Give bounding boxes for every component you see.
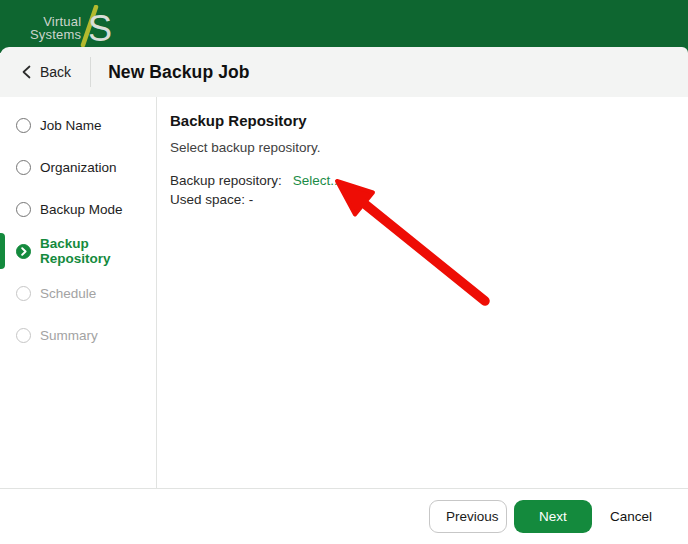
toolbar: Back New Backup Job <box>0 47 688 97</box>
chevron-left-icon <box>22 65 31 79</box>
new-backup-job-window: Virtual Systems S Back New Backup Job Jo… <box>0 0 688 544</box>
step-label: Job Name <box>40 118 102 133</box>
previous-button[interactable]: Previous <box>429 500 507 533</box>
svg-text:S: S <box>88 8 112 49</box>
step-circle-icon <box>16 160 31 175</box>
step-label: Schedule <box>40 286 96 301</box>
wizard-footer: Previous Next Cancel <box>0 488 688 543</box>
main-area: Job Name Organization Backup Mode Backup… <box>0 97 688 488</box>
step-circle-icon <box>16 118 31 133</box>
step-content-panel: Backup Repository Select backup reposito… <box>157 97 688 488</box>
brand-logo-text: Virtual Systems <box>30 15 81 41</box>
brand-logo: Virtual Systems S <box>30 5 116 49</box>
sidebar-item-summary: Summary <box>0 314 156 356</box>
wizard-steps-sidebar: Job Name Organization Backup Mode Backup… <box>0 97 157 488</box>
backup-repository-label: Backup repository: <box>170 171 282 190</box>
divider <box>90 57 91 87</box>
cancel-button[interactable]: Cancel <box>604 500 658 533</box>
step-label: Organization <box>40 160 117 175</box>
back-label: Back <box>40 64 71 80</box>
sidebar-item-backup-repository[interactable]: Backup Repository <box>0 230 156 272</box>
step-label: Backup Mode <box>40 202 123 217</box>
step-circle-icon <box>16 202 31 217</box>
brand-word-systems: Systems <box>30 28 81 41</box>
page-title: New Backup Job <box>108 62 249 83</box>
step-circle-icon <box>16 328 31 343</box>
active-step-indicator <box>0 233 5 269</box>
step-subtitle: Select backup repository. <box>170 140 688 155</box>
step-circle-chevron-icon <box>16 244 31 259</box>
step-heading: Backup Repository <box>170 112 688 129</box>
sidebar-item-backup-mode[interactable]: Backup Mode <box>0 188 156 230</box>
back-button[interactable]: Back <box>20 60 73 84</box>
step-label: Backup Repository <box>40 236 156 266</box>
sidebar-item-job-name[interactable]: Job Name <box>0 104 156 146</box>
used-space-value: Used space: - <box>170 190 253 209</box>
sidebar-item-organization[interactable]: Organization <box>0 146 156 188</box>
select-repository-link[interactable]: Select... <box>293 171 342 190</box>
step-circle-icon <box>16 286 31 301</box>
app-header: Virtual Systems S <box>0 0 688 53</box>
next-button[interactable]: Next <box>514 500 592 533</box>
step-label: Summary <box>40 328 98 343</box>
sidebar-item-schedule: Schedule <box>0 272 156 314</box>
